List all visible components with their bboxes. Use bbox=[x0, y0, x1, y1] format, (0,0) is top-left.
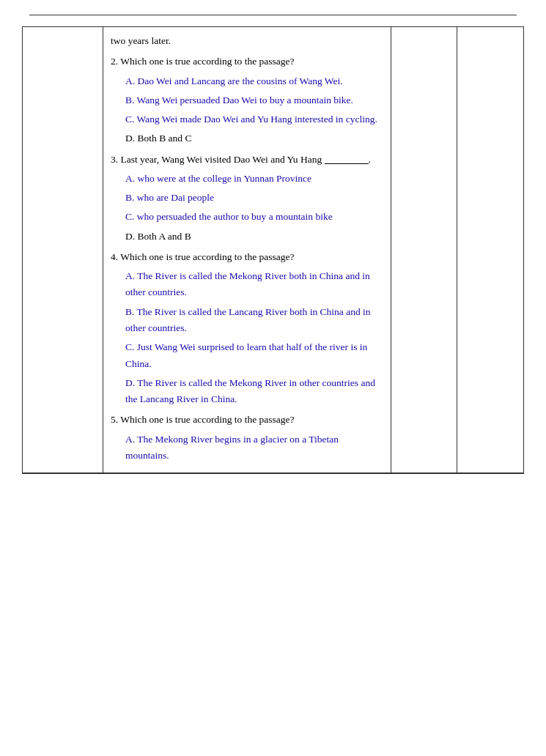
q4-option-d: D. The River is called the Mekong River … bbox=[111, 375, 383, 408]
q2-option-b: B. Wang Wei persuaded Dao Wei to buy a m… bbox=[111, 92, 383, 108]
col-main: two years later. 2. Which one is true ac… bbox=[103, 27, 391, 472]
page: two years later. 2. Which one is true ac… bbox=[0, 0, 546, 756]
intro-text: two years later. bbox=[111, 33, 383, 49]
table-row: two years later. 2. Which one is true ac… bbox=[23, 27, 523, 473]
q4-option-b: B. The River is called the Lancang River… bbox=[111, 304, 383, 337]
q4-option-c: C. Just Wang Wei surprised to learn that… bbox=[111, 339, 383, 372]
q3-option-b: B. who are Dai people bbox=[111, 190, 383, 206]
q5-option-a: A. The Mekong River begins in a glacier … bbox=[111, 431, 383, 464]
q2-option-d: D. Both B and C bbox=[111, 130, 383, 147]
question-2-text: 2. Which one is true according to the pa… bbox=[111, 53, 383, 70]
question-5-text: 5. Which one is true according to the pa… bbox=[111, 412, 383, 428]
q2-number: 2. bbox=[111, 56, 120, 67]
question-3-text: 3. Last year, Wang Wei visited Dao Wei a… bbox=[111, 152, 383, 168]
table-wrapper: two years later. 2. Which one is true ac… bbox=[22, 26, 524, 474]
col-left bbox=[23, 27, 103, 472]
q2-option-c: C. Wang Wei made Dao Wei and Yu Hang int… bbox=[111, 111, 383, 127]
top-line bbox=[29, 15, 517, 15]
q3-option-d: D. Both A and B bbox=[111, 229, 383, 245]
col-right2 bbox=[457, 27, 523, 472]
content-area: two years later. 2. Which one is true ac… bbox=[111, 33, 383, 464]
q2-option-a: A. Dao Wei and Lancang are the cousins o… bbox=[111, 73, 383, 89]
q3-option-a: A. who were at the college in Yunnan Pro… bbox=[111, 171, 383, 187]
q4-option-a: A. The River is called the Mekong River … bbox=[111, 268, 383, 301]
col-right1 bbox=[391, 27, 457, 472]
q3-option-c: C. who persuaded the author to buy a mou… bbox=[111, 209, 383, 225]
blank-line bbox=[325, 163, 369, 164]
question-4-text: 4. Which one is true according to the pa… bbox=[111, 249, 383, 265]
q2-question: Which one is true according to the passa… bbox=[120, 56, 294, 67]
